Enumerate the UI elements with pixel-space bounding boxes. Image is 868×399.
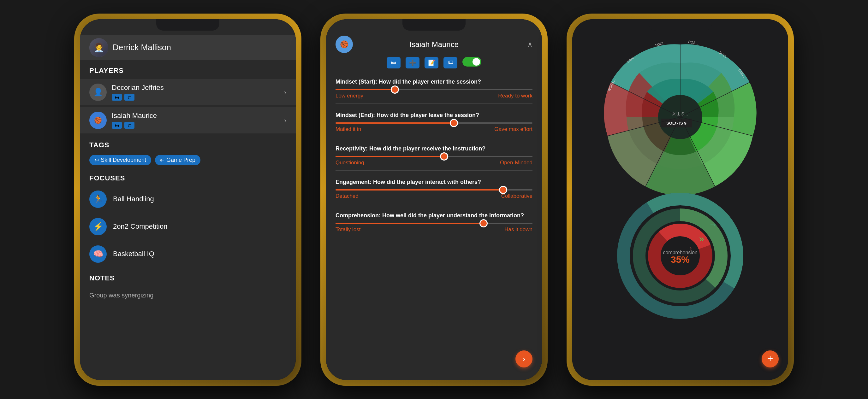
player-1-icon-tag[interactable]: 🏷 [124, 94, 134, 101]
focus-name-2: 2on2 Competition [113, 222, 167, 231]
focus-item-1[interactable]: 🏃 Ball Handling [80, 186, 296, 213]
coach-name: Derrick Mallison [113, 42, 171, 53]
player-item-1[interactable]: 👤 Decorian Jeffries 🛏 🏷 › [80, 79, 296, 105]
slider-mindset-end: Mindset (End): How did the player leave … [326, 105, 542, 136]
notes-section: Group was synergizing [80, 286, 296, 305]
p2-toggle[interactable] [462, 57, 482, 67]
slider-track-2[interactable] [336, 122, 532, 124]
slider-mindset-start: Mindset (Start): How did the player ente… [326, 72, 542, 102]
p2-icon-plus[interactable]: ➕ [406, 57, 420, 68]
svg-text:→: → [709, 220, 717, 229]
player-name-2: Isaiah Maurice [112, 112, 286, 120]
donut-chart-section: comprehension 35% → » ↑ [582, 190, 778, 322]
phone-2: 🏀 Isaiah Maurice ∧ 🛏 ➕ 📝 🏷 Mindset (St [320, 13, 548, 386]
slider-track-4[interactable] [336, 189, 532, 191]
wheel-chart: ALL S... SOLO IS 9 SOCI... POS... SOLI..… [582, 38, 778, 196]
player-2-icon-bed[interactable]: 🛏 [112, 122, 122, 129]
players-section-label: PLAYERS [80, 60, 296, 78]
focus-icon-2: ⚡ [89, 218, 107, 235]
tags-section-label: TAGS [80, 135, 296, 152]
phone-1: 🧑‍💼 Derrick Mallison PLAYERS 👤 Decorian … [74, 13, 302, 386]
focus-name-3: Basketball IQ [113, 250, 154, 258]
p3-fab-plus[interactable]: + [762, 351, 779, 367]
focus-item-2[interactable]: ⚡ 2on2 Competition [80, 213, 296, 240]
focus-icon-1: 🏃 [89, 191, 107, 208]
toggle-knob [472, 58, 480, 66]
slider-track-1[interactable] [336, 89, 532, 90]
svg-text:»: » [699, 234, 704, 243]
focus-icon-3: 🧠 [89, 245, 107, 263]
donut-chart-svg: comprehension 35% → » ↑ [592, 193, 769, 319]
slider-engagement: Engagement: How did the player interact … [326, 172, 542, 202]
phone-3: ALL S... SOLO IS 9 SOCI... POS... SOLI..… [566, 13, 794, 386]
svg-text:↑: ↑ [689, 245, 692, 253]
p2-icon-tag[interactable]: 🏷 [443, 57, 457, 68]
notch-3 [649, 19, 712, 31]
p2-avatar: 🏀 [336, 36, 353, 53]
player-2-chevron: › [284, 117, 286, 124]
collapse-chevron[interactable]: ∧ [527, 40, 532, 48]
p2-fab-button[interactable]: › [516, 351, 532, 367]
player-avatar-2: 🏀 [89, 112, 107, 129]
player-item-2[interactable]: 🏀 Isaiah Maurice 🛏 🏷 › [80, 107, 296, 133]
tags-container: Skill Development Game Prep [80, 152, 296, 168]
focus-name-1: Ball Handling [113, 195, 154, 203]
p2-icon-bed[interactable]: 🛏 [386, 57, 401, 68]
notes-section-label: NOTES [80, 268, 296, 286]
p2-header: 🏀 Isaiah Maurice ∧ [326, 35, 542, 54]
player-avatar-1: 👤 [89, 84, 107, 101]
player-1-chevron: › [284, 89, 286, 96]
coach-avatar: 🧑‍💼 [89, 38, 108, 57]
notch-2 [402, 19, 466, 31]
slider-comprehension: Comprehension: How well did the player u… [326, 205, 542, 236]
notes-text: Group was synergizing [89, 292, 153, 299]
p2-icons-row: 🛏 ➕ 📝 🏷 [326, 54, 542, 72]
player-name-1: Decorian Jeffries [112, 84, 286, 92]
player-2-icon-tag[interactable]: 🏷 [124, 122, 134, 129]
p2-sliders-container: Mindset (Start): How did the player ente… [326, 72, 542, 379]
p2-player-name: Isaiah Maurice [409, 40, 459, 49]
tag-skill-development[interactable]: Skill Development [89, 155, 151, 165]
slider-track-5[interactable] [336, 223, 532, 224]
svg-text:35%: 35% [671, 254, 690, 265]
focus-item-3[interactable]: 🧠 Basketball IQ [80, 240, 296, 268]
notch-1 [156, 19, 219, 31]
slider-receptivity: Receptivity: How did the player receive … [326, 138, 542, 169]
tag-game-prep[interactable]: Game Prep [155, 155, 200, 165]
slider-track-3[interactable] [336, 156, 532, 157]
focuses-section-label: FOCUSES [80, 168, 296, 186]
p2-icon-note[interactable]: 📝 [425, 57, 438, 68]
player-1-icon-bed[interactable]: 🛏 [112, 94, 122, 101]
